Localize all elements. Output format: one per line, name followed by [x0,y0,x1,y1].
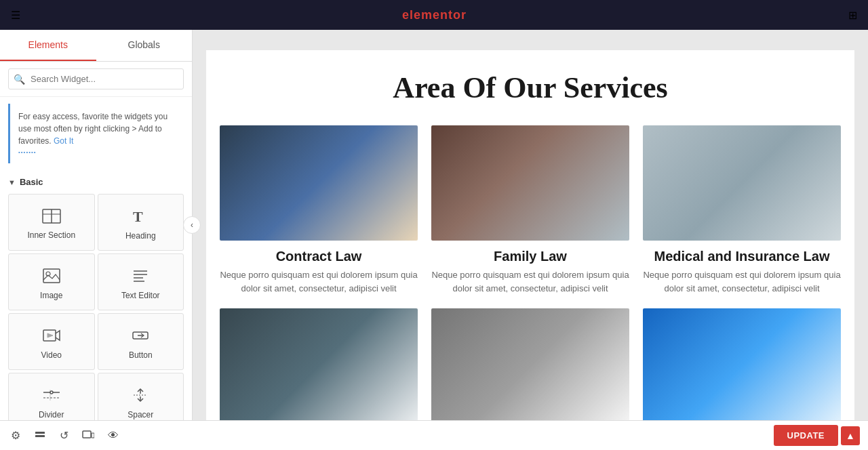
sidebar-collapse-button[interactable]: ‹ [183,216,201,234]
basic-section-label: Basic [20,177,43,187]
sidebar: Elements Globals 🔍 For easy access, favo… [0,30,193,420]
update-button[interactable]: UPDATE [774,425,838,446]
service-card-contract-law: Contract LawNeque porro quisquam est qui… [220,125,418,295]
image-icon [42,268,61,287]
main-layout: Elements Globals 🔍 For easy access, favo… [0,30,868,420]
button-label: Button [129,350,153,360]
heading-icon: T [131,208,150,227]
text-editor-icon [131,268,150,287]
search-input[interactable] [8,68,184,89]
svg-rect-25 [92,433,94,438]
settings-icon[interactable]: ⚙ [8,426,23,445]
top-bar: ☰ elementor ⊞ [0,0,868,30]
svg-text:T: T [133,208,143,224]
widget-divider[interactable]: Divider [8,373,95,420]
services-grid: Contract LawNeque porro quisquam est qui… [220,125,841,420]
layers-icon[interactable] [31,426,49,446]
service-card-family-law: Family LawNeque porro quisquam est qui d… [431,125,629,295]
grid-icon[interactable]: ⊞ [848,9,857,22]
service-image-business-law [431,308,629,420]
heading-label: Heading [125,231,156,241]
divider-label: Divider [39,410,64,420]
text-editor-label: Text Editor [121,291,160,300]
service-title-medical-law: Medical and Insurance Law [643,249,841,264]
svg-marker-11 [47,333,53,338]
bottom-toolbar: ⚙ ↺ 👁 UPDATE ▲ [0,420,868,450]
svg-rect-24 [83,431,91,438]
tab-elements[interactable]: Elements [0,30,96,61]
widget-heading[interactable]: T Heading [98,194,184,251]
svg-rect-4 [43,269,60,283]
spacer-label: Spacer [127,410,153,420]
info-text: For easy access, favorite the widgets yo… [18,112,167,146]
elementor-logo: elementor [402,8,467,22]
widget-button[interactable]: Button [98,313,184,370]
video-label: Video [41,350,62,360]
page-title: Area Of Our Services [220,70,841,105]
service-image-contract-law [220,125,418,241]
service-card-realestate-law: Real Estate Law [643,308,841,420]
info-box-dots: ••••••• [18,148,176,157]
section-arrow-icon: ▼ [8,178,16,186]
button-icon [131,327,150,346]
inner-section-icon [42,209,61,226]
widget-grid: Inner Section T Heading [0,191,192,420]
chevron-up-button[interactable]: ▲ [841,426,860,445]
widget-video[interactable]: Video [8,313,95,370]
sidebar-tabs: Elements Globals [0,30,192,62]
got-it-link[interactable]: Got It [54,136,73,146]
widget-image[interactable]: Image [8,253,95,310]
service-card-business-law: Business Law [431,308,629,420]
service-card-antidisc-law: Anti Discrimination Law [220,308,418,420]
widget-spacer[interactable]: Spacer [98,373,184,420]
service-desc-family-law: Neque porro quisquam est qui dolorem ips… [431,268,629,295]
bottom-toolbar-right: UPDATE ▲ [774,425,860,446]
widget-inner-section[interactable]: Inner Section [8,194,95,251]
svg-point-15 [50,391,53,394]
service-image-realestate-law [643,308,841,420]
responsive-icon[interactable] [79,426,97,446]
service-desc-contract-law: Neque porro quisquam est qui dolorem ips… [220,268,418,295]
basic-section-heading[interactable]: ▼ Basic [0,170,192,191]
bottom-toolbar-left: ⚙ ↺ 👁 [8,426,121,446]
svg-rect-23 [35,435,45,437]
info-box: For easy access, favorite the widgets yo… [8,104,184,163]
search-icon: 🔍 [14,74,25,85]
spacer-icon [131,387,150,406]
divider-icon [42,387,61,406]
service-image-medical-law [643,125,841,241]
canvas-inner: Area Of Our Services Contract LawNeque p… [206,50,854,420]
sidebar-search-container: 🔍 [0,62,192,97]
preview-icon[interactable]: 👁 [105,427,121,445]
service-image-family-law [431,125,629,241]
image-label: Image [40,291,62,300]
service-title-contract-law: Contract Law [220,249,418,264]
widget-text-editor[interactable]: Text Editor [98,253,184,310]
video-icon [42,327,61,346]
service-image-antidisc-law [220,308,418,420]
inner-section-label: Inner Section [27,230,75,240]
canvas: Area Of Our Services Contract LawNeque p… [193,30,868,420]
history-icon[interactable]: ↺ [57,426,71,445]
tab-globals[interactable]: Globals [96,30,193,61]
service-desc-medical-law: Neque porro quisquam est qui dolorem ips… [643,268,841,295]
hamburger-icon[interactable]: ☰ [11,9,20,22]
service-title-family-law: Family Law [431,249,629,264]
svg-rect-22 [35,432,45,434]
service-card-medical-law: Medical and Insurance LawNeque porro qui… [643,125,841,295]
